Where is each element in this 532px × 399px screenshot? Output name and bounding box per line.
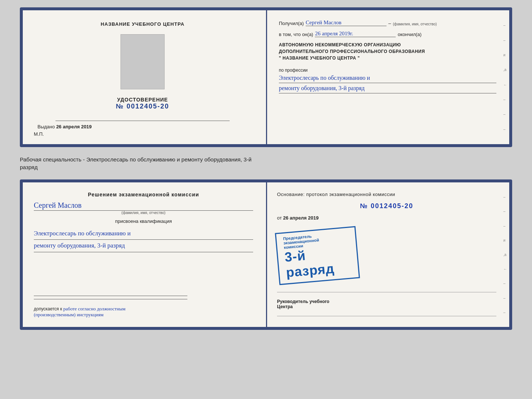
card2-profession-block: Электрослесарь по обслуживанию и ремонту…: [34, 228, 253, 252]
sig-line-1: [34, 296, 187, 296]
mp-label: М.П.: [34, 131, 44, 137]
card2-name-sublabel: (фамилия, имя, отчество): [34, 211, 253, 215]
hr-line-1: [277, 292, 496, 292]
poluchil-name: Сергей Маслов: [306, 19, 387, 26]
block-title-section: АВТОНОМНУЮ НЕКОММЕРЧЕСКУЮ ОРГАНИЗАЦИЮ ДО…: [279, 42, 496, 61]
between-label: Рабочая специальность - Электрослесарь п…: [20, 154, 512, 173]
binding-marks-bottom: – – – и ,а ← – – –: [503, 186, 507, 323]
profession-hw-block: Электрослесарь по обслуживанию и ремонту…: [279, 73, 496, 93]
ruk-label: Руководитель учебного Центра: [277, 299, 496, 309]
okonchil-label: окончил(а): [398, 32, 421, 37]
poluchil-label: Получил(а): [279, 21, 304, 26]
page-container: НАЗВАНИЕ УЧЕБНОГО ЦЕНТРА УДОСТОВЕРЕНИЕ №…: [7, 7, 525, 330]
block-title-3: " НАЗВАНИЕ УЧЕБНОГО ЦЕНТРА ": [279, 55, 496, 61]
card2-bottom: допускается к работе согласно должностны…: [34, 296, 253, 318]
udc-number: № 0012405-20: [116, 103, 169, 110]
card2-name-hw: Сергей Маслов: [34, 201, 253, 211]
udc-block: УДОСТОВЕРЕНИЕ № 0012405-20: [116, 97, 169, 110]
sig-line-2: [34, 299, 187, 299]
card1-left: НАЗВАНИЕ УЧЕБНОГО ЦЕНТРА УДОСТОВЕРЕНИЕ №…: [23, 10, 262, 144]
poluchil-dash: –: [388, 21, 391, 26]
card2-right: Основание: протокол экзаменационной коми…: [264, 182, 509, 327]
card2-profession-line-1: Электрослесарь по обслуживанию и: [34, 228, 253, 240]
card2-name-section: Сергей Маслов (фамилия, имя, отчество): [34, 201, 253, 215]
document-card-top: НАЗВАНИЕ УЧЕБНОГО ЦЕНТРА УДОСТОВЕРЕНИЕ №…: [20, 7, 512, 147]
vydano-label: Выдано: [37, 124, 55, 129]
vtom-date: 26 апреля 2019г.: [315, 31, 396, 37]
profession-section: по профессии Электрослесарь по обслужива…: [279, 66, 496, 93]
poluchil-row: Получил(а) Сергей Маслов – (фамилия, имя…: [279, 19, 496, 26]
ot-date-row: от 26 апреля 2019: [277, 215, 496, 221]
decision-title: Решением экзаменационной комиссии: [34, 192, 253, 197]
udc-title: УДОСТОВЕРЕНИЕ: [116, 97, 169, 103]
binding-marks-top: – – и ,а ← – – –: [503, 14, 507, 140]
prisvoena-label: присвоена квалификация: [34, 218, 253, 224]
po-professii-label: по профессии: [279, 68, 496, 73]
card2-profession-line-2: ремонту оборудования, 3-й разряд: [34, 240, 253, 252]
stamp: Председатель экзаменационнойкомиссии 3-й…: [275, 226, 360, 285]
photo-placeholder: [121, 34, 165, 89]
dopusk-block: допускается к работе согласно должностны…: [34, 306, 253, 318]
vtom-label: в том, что он(а): [279, 32, 313, 37]
vydano-date: 26 апреля 2019: [56, 124, 92, 129]
between-label-text: Рабочая специальность - Электрослесарь п…: [20, 156, 252, 170]
vydano-block: Выдано 26 апреля 2019: [34, 124, 251, 129]
hr-line-2: [277, 316, 496, 316]
card2-left: Решением экзаменационной комиссии Сергей…: [23, 182, 264, 327]
stamp-big-text: 3-й разряд: [284, 244, 352, 280]
profession-line-2: ремонту оборудования, 3-й разряд: [279, 83, 496, 93]
ot-label: от: [277, 215, 282, 221]
card1-center-title: НАЗВАНИЕ УЧЕБНОГО ЦЕНТРА: [101, 21, 184, 27]
block-title-1: АВТОНОМНУЮ НЕКОММЕРЧЕСКУЮ ОРГАНИЗАЦИЮ: [279, 42, 496, 48]
block-title-2: ДОПОЛНИТЕЛЬНОГО ПРОФЕССИОНАЛЬНОГО ОБРАЗО…: [279, 48, 496, 55]
signature-line-1: [55, 121, 230, 121]
name-sublabel-card1: (фамилия, имя, отчество): [393, 22, 437, 26]
dopusk-label: допускается к: [34, 306, 62, 311]
card1-right: Получил(а) Сергей Маслов – (фамилия, имя…: [262, 10, 509, 144]
osnov-label: Основание: протокол экзаменационной коми…: [277, 192, 496, 197]
stamp-container: Председатель экзаменационнойкомиссии 3-й…: [277, 229, 496, 282]
document-card-bottom: Решением экзаменационной комиссии Сергей…: [20, 179, 512, 330]
vtom-row: в том, что он(а) 26 апреля 2019г. окончи…: [279, 31, 496, 37]
protocol-number: № 0012405-20: [277, 202, 496, 210]
profession-line-1: Электрослесарь по обслуживанию и: [279, 73, 496, 83]
ot-date-value: 26 апреля 2019: [283, 215, 319, 221]
